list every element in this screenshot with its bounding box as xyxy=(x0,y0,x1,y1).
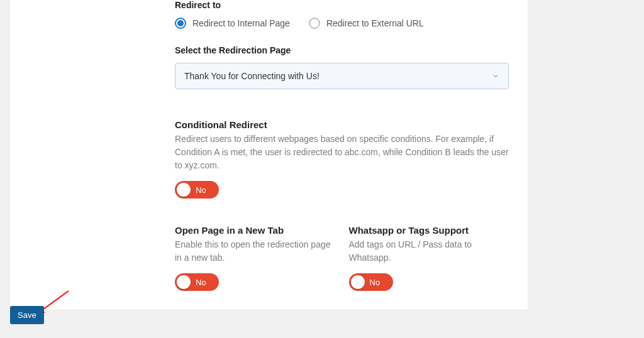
whatsapp-tags-section: Whatsapp or Tags Support Add tags on URL… xyxy=(349,225,509,291)
conditional-redirect-section: Conditional Redirect Redirect users to d… xyxy=(175,119,509,199)
redirect-to-heading: Redirect to xyxy=(175,0,509,10)
conditional-redirect-title: Conditional Redirect xyxy=(175,119,509,130)
conditional-redirect-desc: Redirect users to different webpages bas… xyxy=(175,133,509,172)
newtab-toggle-state: No xyxy=(196,278,206,287)
open-new-tab-title: Open Page in a New Tab xyxy=(175,225,335,236)
conditional-toggle-state: No xyxy=(196,185,206,195)
radio-internal-label: Redirect to Internal Page xyxy=(192,18,290,28)
save-button[interactable]: Save xyxy=(10,306,44,324)
whatsapp-tags-toggle[interactable]: No xyxy=(349,273,393,291)
toggle-knob-icon xyxy=(351,275,365,289)
whatsapp-toggle-state: No xyxy=(370,278,380,287)
open-new-tab-desc: Enable this to open the redirection page… xyxy=(175,238,335,264)
toggle-knob-icon xyxy=(177,275,191,289)
conditional-redirect-toggle[interactable]: No xyxy=(175,181,219,199)
whatsapp-tags-title: Whatsapp or Tags Support xyxy=(349,225,509,236)
radio-unselected-icon xyxy=(309,18,320,29)
redirect-radio-group: Redirect to Internal Page Redirect to Ex… xyxy=(175,18,509,29)
chevron-down-icon xyxy=(492,72,499,80)
toggle-knob-icon xyxy=(177,183,191,197)
open-new-tab-section: Open Page in a New Tab Enable this to op… xyxy=(175,225,335,291)
radio-external-url[interactable]: Redirect to External URL xyxy=(309,18,424,29)
radio-external-label: Redirect to External URL xyxy=(326,18,424,28)
open-new-tab-toggle[interactable]: No xyxy=(175,273,219,291)
settings-panel: Redirect to Redirect to Internal Page Re… xyxy=(10,0,528,310)
radio-selected-icon xyxy=(175,18,186,29)
radio-internal-page[interactable]: Redirect to Internal Page xyxy=(175,18,290,29)
redirection-page-value: Thank You for Connecting with Us! xyxy=(184,71,319,81)
select-redirection-page-label: Select the Redirection Page xyxy=(175,45,509,55)
redirection-page-select[interactable]: Thank You for Connecting with Us! xyxy=(175,63,509,89)
whatsapp-tags-desc: Add tags on URL / Pass data to Whatsapp. xyxy=(349,238,509,264)
